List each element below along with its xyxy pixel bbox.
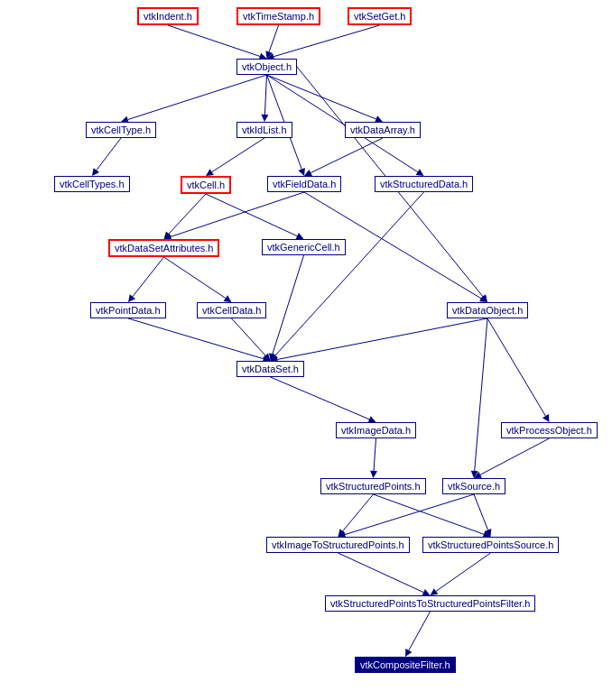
node-vtkCompositeFilter: vtkCompositeFilter.h: [355, 657, 456, 673]
svg-marker-13: [92, 168, 99, 176]
node-vtkCellData: vtkCellData.h: [197, 302, 266, 318]
svg-line-16: [311, 138, 383, 173]
svg-marker-33: [479, 295, 487, 302]
svg-line-2: [269, 25, 278, 51]
node-vtkStructuredData: vtkStructuredData.h: [375, 176, 473, 192]
svg-line-30: [164, 257, 226, 299]
node-vtkStructuredPointsSource: vtkStructuredPointsSource.h: [422, 537, 559, 553]
svg-line-44: [275, 192, 424, 355]
node-vtkTimeStamp: vtkTimeStamp.h: [236, 7, 320, 25]
svg-marker-3: [265, 51, 273, 59]
svg-marker-51: [370, 471, 377, 478]
node-vtkPointData: vtkPointData.h: [90, 302, 166, 318]
svg-marker-69: [405, 649, 412, 657]
svg-marker-45: [271, 353, 278, 361]
node-vtkCellTypes: vtkCellTypes.h: [54, 176, 130, 192]
svg-line-56: [343, 494, 374, 531]
svg-line-62: [474, 494, 488, 530]
svg-marker-31: [224, 295, 232, 302]
node-vtkCell: vtkCell.h: [181, 176, 231, 194]
node-vtkObject: vtkObject.h: [236, 59, 297, 75]
svg-marker-35: [480, 294, 487, 302]
svg-marker-19: [298, 168, 305, 176]
svg-marker-53: [471, 471, 478, 478]
svg-line-42: [277, 318, 487, 359]
svg-marker-55: [474, 472, 482, 478]
node-vtkSource: vtkSource.h: [442, 478, 505, 494]
svg-line-14: [212, 138, 264, 172]
svg-marker-15: [206, 169, 214, 176]
node-vtkCellType: vtkCellType.h: [86, 122, 156, 138]
node-vtkProcessObject: vtkProcessObject.h: [501, 422, 598, 438]
svg-line-46: [271, 377, 370, 419]
svg-marker-23: [164, 231, 172, 239]
svg-line-4: [274, 25, 379, 57]
svg-line-58: [345, 494, 474, 535]
node-vtkGenericCell: vtkGenericCell.h: [262, 239, 346, 255]
svg-line-48: [487, 318, 545, 416]
node-vtkIdList: vtkIdList.h: [236, 122, 292, 138]
svg-line-22: [169, 194, 206, 234]
svg-marker-29: [128, 294, 135, 302]
svg-line-54: [480, 438, 549, 474]
svg-marker-57: [338, 529, 346, 537]
node-vtkIndent: vtkIndent.h: [137, 7, 199, 25]
svg-line-12: [97, 138, 121, 170]
svg-line-36: [128, 318, 264, 359]
node-vtkDataObject: vtkDataObject.h: [447, 302, 528, 318]
svg-line-8: [264, 75, 266, 115]
svg-line-64: [338, 553, 424, 593]
node-vtkDataSet: vtkDataSet.h: [236, 361, 304, 377]
svg-line-68: [409, 612, 431, 650]
svg-marker-49: [542, 414, 550, 422]
svg-marker-63: [485, 529, 491, 537]
svg-line-38: [232, 318, 266, 355]
node-vtkSetGet: vtkSetGet.h: [348, 7, 412, 25]
svg-marker-67: [431, 588, 439, 595]
svg-line-10: [267, 75, 376, 119]
svg-line-60: [374, 494, 484, 534]
svg-line-40: [273, 255, 304, 354]
svg-line-26: [206, 194, 297, 236]
svg-marker-21: [416, 169, 424, 176]
svg-marker-9: [261, 115, 268, 122]
svg-marker-41: [269, 353, 276, 361]
svg-line-50: [374, 438, 376, 471]
node-vtkStructuredPointsToStructuredPointsFilter: vtkStructuredPointsToStructuredPointsFil…: [325, 595, 535, 612]
diagram-container: vtkIndent.hvtkTimeStamp.hvtkSetGet.hvtkO…: [0, 0, 612, 700]
svg-line-24: [171, 192, 304, 236]
svg-line-52: [475, 318, 487, 471]
svg-line-28: [133, 257, 164, 297]
svg-line-6: [128, 75, 267, 120]
svg-line-66: [436, 553, 490, 591]
node-vtkFieldData: vtkFieldData.h: [267, 176, 341, 192]
node-vtkDataArray: vtkDataArray.h: [345, 122, 421, 138]
svg-marker-39: [263, 353, 270, 361]
node-vtkImageToStructuredPoints: vtkImageToStructuredPoints.h: [266, 537, 410, 553]
svg-line-0: [168, 25, 260, 56]
node-vtkImageData: vtkImageData.h: [336, 422, 416, 438]
node-vtkDataSetAttributes: vtkDataSetAttributes.h: [108, 239, 219, 257]
node-vtkStructuredPoints: vtkStructuredPoints.h: [320, 478, 426, 494]
